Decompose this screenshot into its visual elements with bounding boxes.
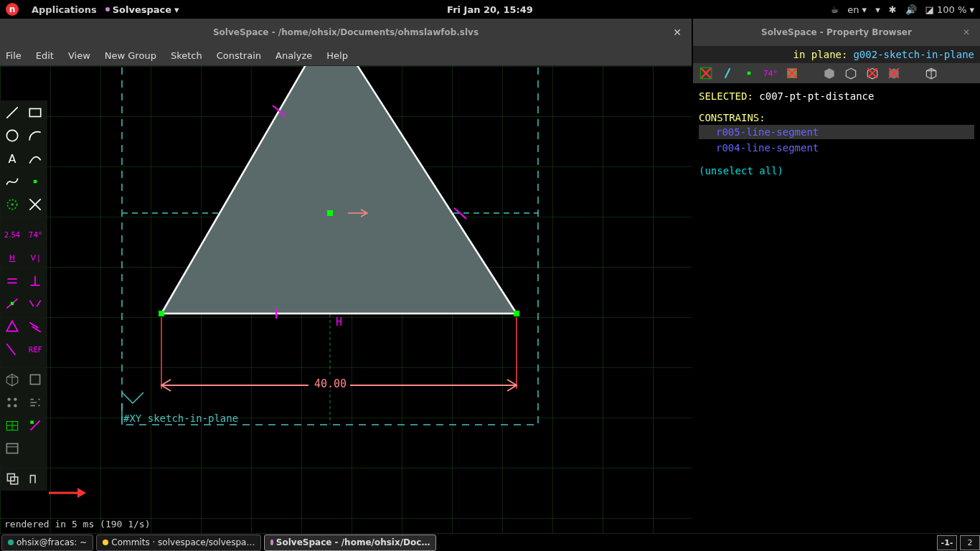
pb-point-icon[interactable] xyxy=(742,66,756,80)
misc-copy[interactable] xyxy=(1,468,23,489)
coffee-icon[interactable]: ☕ xyxy=(831,4,839,15)
pb-wire-icon[interactable] xyxy=(844,66,858,80)
tool-split[interactable] xyxy=(24,194,46,215)
unselect-all-link[interactable]: (unselect all) xyxy=(699,165,974,176)
tool-text[interactable]: A xyxy=(1,148,23,169)
tool-construction[interactable] xyxy=(1,194,23,215)
tool-point[interactable] xyxy=(24,171,46,192)
constrain-symmetric[interactable] xyxy=(24,293,46,314)
svg-point-46 xyxy=(7,404,10,407)
constraint-entry-1[interactable]: r005-line-segment xyxy=(699,125,974,139)
property-browser-titlebar[interactable]: SolveSpace - Property Browser ✕ xyxy=(693,19,980,46)
app-dot-icon xyxy=(105,7,110,11)
menu-file[interactable]: File xyxy=(6,50,22,61)
view-show-constraints[interactable] xyxy=(24,415,46,436)
task-solvespace[interactable]: SolveSpace - /home/ohsix/Doc… xyxy=(264,534,436,551)
pb-cross3-icon[interactable] xyxy=(887,66,901,80)
pb-cross2-icon[interactable] xyxy=(865,66,880,80)
solvespace-main-window: SolveSpace - /home/ohsix/Documents/ohmsl… xyxy=(0,19,692,533)
main-window-titlebar[interactable]: SolveSpace - /home/ohsix/Documents/ohmsl… xyxy=(0,19,692,46)
svg-rect-12 xyxy=(159,311,164,316)
in-plane-label: in plane: xyxy=(793,49,848,60)
misc-paste[interactable] xyxy=(24,468,46,489)
constrain-other[interactable] xyxy=(1,339,23,360)
constrain-reference[interactable]: REF xyxy=(24,339,46,360)
language-indicator[interactable]: en ▾ xyxy=(847,4,867,15)
svg-rect-24 xyxy=(29,109,40,117)
wifi-icon[interactable]: ▾ xyxy=(875,4,880,15)
pb-cross-icon[interactable] xyxy=(699,66,713,80)
menu-constrain[interactable]: Constrain xyxy=(217,50,261,61)
svg-point-45 xyxy=(14,397,17,400)
constrain-perpendicular[interactable] xyxy=(24,270,46,291)
constrain-equal-length[interactable] xyxy=(1,316,23,337)
view-nearest-ortho[interactable] xyxy=(1,392,23,413)
selected-value[interactable]: c007-pt-pt-distance xyxy=(759,90,874,102)
pb-line-icon[interactable] xyxy=(720,66,735,80)
constrain-same-orientation[interactable] xyxy=(24,316,46,337)
toolbox-separator-1 xyxy=(1,217,23,222)
in-plane-value[interactable]: g002-sketch-in-plane xyxy=(853,49,974,60)
menu-new-group[interactable]: New Group xyxy=(105,50,156,61)
menu-edit[interactable]: Edit xyxy=(36,50,54,61)
view-isometric[interactable] xyxy=(1,369,23,390)
drawing-canvas[interactable]: H 40.00 #XY sketch-in-plane xyxy=(0,66,692,533)
chevron-down-icon: ▾ xyxy=(174,4,179,15)
constrain-parallel[interactable] xyxy=(1,270,23,291)
workspace-1[interactable]: -1- xyxy=(937,535,957,550)
left-toolbox: A 2.54 74° H V| REF xyxy=(0,100,47,491)
menu-sketch[interactable]: Sketch xyxy=(171,50,202,61)
view-extra[interactable] xyxy=(24,438,46,459)
view-show-textwin[interactable] xyxy=(1,438,23,459)
pb-shaded-cross-icon[interactable] xyxy=(785,66,799,80)
pb-box-icon[interactable] xyxy=(924,66,938,80)
tool-arc[interactable] xyxy=(24,125,46,146)
selected-label: SELECTED: xyxy=(699,90,753,102)
in-plane-header: in plane: g002-sketch-in-plane xyxy=(693,46,980,63)
menu-analyze[interactable]: Analyze xyxy=(275,50,312,61)
view-show-grid[interactable] xyxy=(1,415,23,436)
volume-icon[interactable]: 🔊 xyxy=(905,4,917,15)
tool-line[interactable] xyxy=(1,102,23,123)
battery-indicator[interactable]: ◪ 100 % ▾ xyxy=(925,4,974,15)
current-app-indicator[interactable]: Solvespace ▾ xyxy=(105,4,179,15)
tool-circle[interactable] xyxy=(1,125,23,146)
svg-rect-61 xyxy=(748,72,750,75)
close-icon[interactable]: ✕ xyxy=(673,27,682,38)
svg-rect-53 xyxy=(6,443,17,453)
task-terminal-label: ohsix@fracas: ~ xyxy=(17,537,87,547)
tool-tangent-arc[interactable] xyxy=(24,148,46,169)
bluetooth-icon[interactable]: ✱ xyxy=(889,4,897,15)
property-browser-window: SolveSpace - Property Browser ✕ in plane… xyxy=(693,19,980,533)
svg-rect-26 xyxy=(34,180,37,183)
pb-solid-icon[interactable] xyxy=(822,66,837,80)
clock[interactable]: Fri Jan 20, 15:49 xyxy=(447,4,533,15)
constraint-entry-2[interactable]: r004-line-segment xyxy=(699,141,974,155)
view-workplane[interactable] xyxy=(24,369,46,390)
task-terminal[interactable]: ohsix@fracas: ~ xyxy=(1,534,93,551)
segment-link-1[interactable]: r005-line-segment xyxy=(716,126,819,138)
top-panel: n Applications Solvespace ▾ Fri Jan 20, … xyxy=(0,0,980,19)
menu-help[interactable]: Help xyxy=(326,50,348,61)
svg-rect-13 xyxy=(514,311,519,316)
constrain-vertical[interactable]: V| xyxy=(24,247,46,268)
selected-row: SELECTED: c007-pt-pt-distance xyxy=(699,90,974,102)
segment-link-2[interactable]: r004-line-segment xyxy=(716,142,819,154)
constrain-distance[interactable]: 2.54 xyxy=(1,224,23,245)
svg-point-47 xyxy=(14,404,17,407)
workspace-2[interactable]: 2 xyxy=(960,535,980,550)
activities-logo[interactable]: n xyxy=(6,3,19,16)
task-browser[interactable]: Commits · solvespace/solvespa… xyxy=(96,534,261,551)
applications-menu[interactable]: Applications xyxy=(32,4,97,15)
close-icon[interactable]: ✕ xyxy=(963,27,970,37)
constrain-angle[interactable]: 74° xyxy=(24,224,46,245)
constrain-horizontal[interactable]: H xyxy=(1,247,23,268)
tool-bezier[interactable] xyxy=(1,171,23,192)
tool-rectangle[interactable] xyxy=(24,102,46,123)
constrain-point-on[interactable] xyxy=(1,293,23,314)
menu-view[interactable]: View xyxy=(68,50,90,61)
toolbox-separator-3 xyxy=(1,461,23,466)
view-center[interactable] xyxy=(24,392,46,413)
pb-angle-icon[interactable]: 74° xyxy=(763,66,778,80)
svg-rect-52 xyxy=(30,420,33,423)
